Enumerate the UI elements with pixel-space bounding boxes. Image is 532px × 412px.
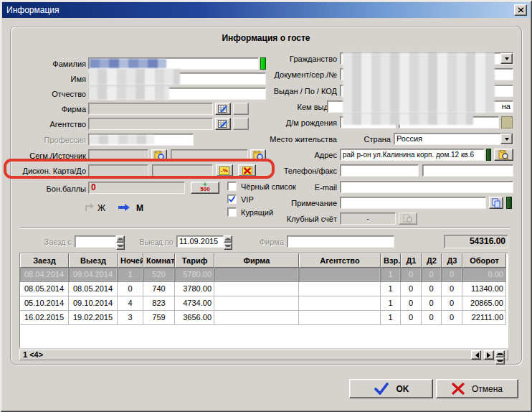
spin-up-icon xyxy=(224,236,232,240)
record-spinner[interactable] xyxy=(495,350,505,360)
table-row[interactable]: 05.10.201409.10.201448234734.00100020865… xyxy=(20,296,508,311)
stay-history-grid[interactable]: ЗаездВыездНочейКомнатаТарифФирмаАгентств… xyxy=(19,253,508,348)
bonus-points-label: Бон.баллы xyxy=(16,184,86,194)
blacklist-checkbox[interactable] xyxy=(227,182,237,191)
cancel-button[interactable]: Отмена xyxy=(436,379,518,398)
email-label: E-mail xyxy=(255,183,337,192)
delete-x-icon xyxy=(242,167,252,175)
segment-lookup-button[interactable] xyxy=(151,149,167,161)
record-counter: 1 <4> xyxy=(23,350,43,359)
table-row[interactable]: 16.02.201519.02.201537593656.00100022111… xyxy=(20,311,508,325)
phone-input[interactable] xyxy=(340,164,419,177)
departure-spinner[interactable] xyxy=(224,235,232,248)
citizenship-label: Гражданство xyxy=(255,55,337,64)
fax-input[interactable] xyxy=(422,164,513,177)
scroll-right-button[interactable] xyxy=(484,350,494,360)
source-input[interactable] xyxy=(171,149,248,161)
country-value: Россия xyxy=(396,134,422,143)
country-dropdown-button[interactable] xyxy=(500,134,513,144)
scroll-left-button[interactable] xyxy=(471,350,481,360)
grid-column-header[interactable]: Д1 xyxy=(401,253,422,268)
table-cell: 0 xyxy=(401,296,422,311)
company-lookup-button[interactable] xyxy=(215,103,231,115)
grid-column-header[interactable]: Д3 xyxy=(442,253,462,268)
segment-input[interactable] xyxy=(88,149,148,161)
arrival-from-input[interactable] xyxy=(75,235,116,248)
country-combo[interactable]: Россия xyxy=(394,133,513,145)
grid-column-header[interactable]: Заезд xyxy=(20,253,69,268)
close-icon xyxy=(518,7,524,13)
issued-by-label: Кем выдан xyxy=(255,103,337,112)
period-company-input[interactable] xyxy=(287,235,394,248)
agency-clear-button xyxy=(233,118,249,130)
table-cell: 0 xyxy=(422,268,442,282)
table-cell: 08.05.2014 xyxy=(20,282,69,296)
birth-data-redacted-block xyxy=(343,113,473,125)
male-arrow-icon[interactable] xyxy=(118,204,130,211)
copy-pages-icon xyxy=(492,198,500,207)
grid-column-header[interactable]: Комната xyxy=(143,253,175,268)
arrival-spinner[interactable] xyxy=(116,235,125,248)
female-label: Ж xyxy=(98,203,105,213)
bonus-points-value: 0 xyxy=(91,182,96,192)
company-input[interactable] xyxy=(88,103,213,115)
discount-card-input[interactable] xyxy=(88,164,148,177)
departure-to-input[interactable]: 11.09.2015 xyxy=(176,235,224,248)
table-cell: 0.00 xyxy=(462,268,506,282)
vip-checkbox[interactable] xyxy=(227,195,237,204)
grid-column-header[interactable]: Д2 xyxy=(422,253,442,268)
section-divider xyxy=(20,228,510,229)
table-cell: 759 xyxy=(143,311,175,325)
table-row[interactable]: 08.05.201408.05.201407403780.00100011340… xyxy=(20,282,508,296)
smoker-checkbox[interactable] xyxy=(227,207,237,217)
agency-label: Агентство xyxy=(16,120,86,129)
grid-column-header[interactable]: Взр. xyxy=(381,253,401,268)
grid-column-header[interactable]: Оборот xyxy=(462,253,506,268)
issued-by-visible-text: на xyxy=(502,102,510,111)
bonus-add-button[interactable]: + 500 xyxy=(191,182,219,194)
table-cell: 0 xyxy=(401,311,422,325)
grid-column-header[interactable]: Тариф xyxy=(175,253,214,268)
note-copy-button[interactable] xyxy=(489,197,503,209)
female-arrow-icon[interactable] xyxy=(85,203,95,212)
source-lookup-button[interactable] xyxy=(250,149,266,161)
club-account-value: - xyxy=(366,214,369,223)
discount-delete-button[interactable] xyxy=(238,164,256,177)
birth-indicator[interactable] xyxy=(501,116,513,128)
agency-input[interactable] xyxy=(88,118,213,130)
citizenship-dropdown-button[interactable] xyxy=(500,53,513,64)
note-status-indicator[interactable] xyxy=(506,197,512,209)
name-label: Имя xyxy=(16,75,86,84)
club-account-input[interactable]: - xyxy=(340,212,396,225)
table-cell: 20865.00 xyxy=(462,296,506,311)
table-cell: 1 xyxy=(381,282,401,296)
ok-button[interactable]: OK xyxy=(349,379,433,398)
table-cell xyxy=(299,268,381,282)
table-cell: 4734.00 xyxy=(175,296,214,311)
table-cell: 0 xyxy=(422,311,442,325)
grid-column-header[interactable]: Ночей xyxy=(118,253,143,268)
email-input[interactable] xyxy=(340,181,513,193)
grid-column-header[interactable]: Фирма xyxy=(214,253,299,268)
discount-until-input[interactable] xyxy=(152,164,213,177)
patronymic-redacted-value xyxy=(88,86,169,100)
note-input[interactable] xyxy=(340,197,486,209)
grid-column-header[interactable]: Выезд xyxy=(69,253,118,268)
bonus-points-input[interactable]: 0 xyxy=(88,182,185,194)
discount-percent-button[interactable]: -% xyxy=(216,164,233,177)
address-input[interactable]: рай р-он ул.Калинина корп. дом.12 кв.6 xyxy=(340,149,485,161)
grid-body: 08.04.201409.04.201415205780.0010000.000… xyxy=(20,268,508,325)
grid-column-header[interactable]: Агентство xyxy=(299,253,381,268)
table-cell: 3780.00 xyxy=(175,282,214,296)
title-bar[interactable]: Информация xyxy=(2,2,530,18)
close-button[interactable] xyxy=(514,4,527,16)
agency-lookup-button[interactable] xyxy=(215,118,231,130)
check-icon xyxy=(228,195,236,203)
table-row[interactable]: 08.04.201409.04.201415205780.0010000.00 xyxy=(20,268,508,282)
address-status-indicator[interactable] xyxy=(486,149,491,161)
table-cell: 5780.00 xyxy=(175,268,214,282)
address-lookup-button[interactable] xyxy=(494,149,513,161)
table-cell: 520 xyxy=(143,268,175,282)
chevron-down-icon xyxy=(505,138,509,143)
ok-check-icon xyxy=(374,383,389,395)
